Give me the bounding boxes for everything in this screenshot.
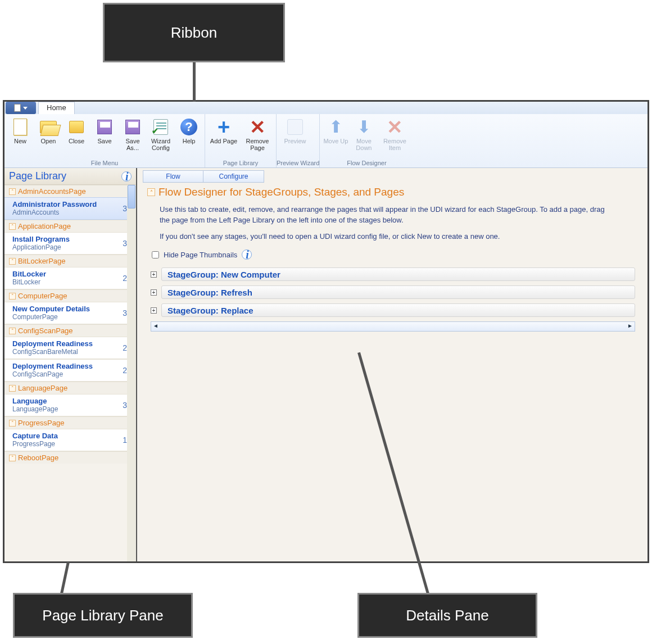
- stage-group-bar[interactable]: StageGroup: New Computer: [161, 267, 635, 281]
- item-subtitle: AdminAccounts: [12, 208, 97, 217]
- close-folder-icon: [67, 117, 86, 137]
- close-button[interactable]: Close: [63, 116, 90, 144]
- help-button[interactable]: ?Help: [175, 116, 202, 144]
- tab-home[interactable]: Home: [38, 102, 75, 114]
- item-title: BitLocker: [12, 270, 46, 278]
- page-library-item[interactable]: Install ProgramsApplicationPage3: [4, 232, 136, 255]
- chevron-icon: ˄: [9, 328, 16, 334]
- group-name: LanguagePage: [18, 384, 67, 392]
- open-button[interactable]: Open: [35, 116, 62, 144]
- page-library-item[interactable]: BitLockerBitLocker2: [4, 267, 136, 289]
- label: Remove Item: [378, 138, 411, 151]
- page-library-body: ˄AdminAccountsPageAdministrator Password…: [4, 185, 136, 561]
- chevron-icon: ˄: [9, 293, 16, 300]
- callout-details: Details Pane: [357, 593, 537, 638]
- add-page-button[interactable]: +Add Page: [207, 116, 240, 144]
- page-library-group-header[interactable]: ˄BitLockerPage: [4, 255, 136, 267]
- group-name: ConfigScanPage: [18, 326, 73, 335]
- item-title: New Computer Details: [12, 305, 90, 313]
- stage-group-row: +StageGroup: Replace: [151, 303, 635, 317]
- tab-flow[interactable]: Flow: [143, 170, 203, 183]
- label: Preview: [284, 138, 306, 144]
- item-subtitle: ConfigScanBareMetal: [12, 348, 93, 356]
- remove-item-button[interactable]: ✕Remove Item: [378, 116, 411, 151]
- info-icon[interactable]: [121, 171, 132, 182]
- app-menu-button[interactable]: [6, 102, 36, 114]
- item-subtitle: ApplicationPage: [12, 243, 70, 252]
- stage-group-bar[interactable]: StageGroup: Replace: [161, 303, 635, 317]
- info-icon[interactable]: [242, 250, 252, 260]
- item-subtitle: ComputerPage: [12, 313, 90, 321]
- help-icon: ?: [179, 117, 198, 137]
- chevron-icon: ˄: [9, 455, 16, 461]
- arrow-down-icon: ⬇: [354, 117, 373, 137]
- save-as-icon: [123, 117, 142, 137]
- move-down-button[interactable]: ⬇Move Down: [350, 116, 377, 151]
- page-library-item[interactable]: New Computer DetailsComputerPage3: [4, 302, 136, 324]
- x-icon: ✕: [248, 117, 267, 137]
- label: Save As...: [119, 138, 146, 151]
- expand-icon[interactable]: +: [151, 289, 157, 296]
- collapse-icon[interactable]: ˄: [147, 188, 155, 196]
- group-name: ApplicationPage: [18, 222, 71, 230]
- item-subtitle: BitLocker: [12, 278, 46, 287]
- label: Remove Page: [241, 138, 274, 151]
- stage-group-row: +StageGroup: Refresh: [151, 285, 635, 299]
- x-icon: ✕: [385, 117, 404, 137]
- tab-configure[interactable]: Configure: [203, 170, 264, 183]
- chevron-icon: ˄: [9, 188, 16, 195]
- page-library-item[interactable]: Capture DataProgressPage1: [4, 429, 136, 451]
- stage-group-bar[interactable]: StageGroup: Refresh: [161, 285, 635, 299]
- item-title: Deployment Readiness: [12, 362, 93, 370]
- horizontal-scrollbar[interactable]: [151, 321, 635, 332]
- page-library-group-header[interactable]: ˄RebootPage: [4, 451, 136, 464]
- preview-button[interactable]: Preview: [279, 116, 311, 144]
- chevron-icon: ˄: [9, 258, 16, 265]
- group-label: Flow Designer: [320, 160, 413, 167]
- item-subtitle: LanguagePage: [12, 405, 58, 414]
- document-icon: [14, 104, 21, 112]
- expand-icon[interactable]: +: [151, 271, 157, 278]
- ribbon: New Open Close Save Save As... Wizard Co…: [4, 114, 648, 168]
- page-library-group-header[interactable]: ˄ConfigScanPage: [4, 324, 136, 337]
- hide-thumbnails-checkbox[interactable]: [152, 251, 159, 258]
- page-library-item[interactable]: Deployment ReadinessConfigScanBareMetal2: [4, 337, 136, 359]
- chevron-icon: ˄: [9, 223, 16, 230]
- page-library-group-header[interactable]: ˄ProgressPage: [4, 416, 136, 429]
- expand-icon[interactable]: +: [151, 307, 157, 314]
- new-icon: [11, 117, 30, 137]
- app-window: Home New Open Close Save Save As... Wiza…: [3, 100, 649, 563]
- ribbon-group-flow: ⬆Move Up ⬇Move Down ✕Remove Item Flow De…: [320, 114, 413, 167]
- save-button[interactable]: Save: [91, 116, 118, 144]
- move-up-button[interactable]: ⬆Move Up: [322, 116, 349, 144]
- page-library-group-header[interactable]: ˄LanguagePage: [4, 382, 136, 394]
- group-name: ComputerPage: [18, 292, 67, 300]
- page-library-title: Page Library: [9, 170, 66, 182]
- group-name: ProgressPage: [18, 419, 64, 427]
- preview-icon: [286, 117, 305, 137]
- scrollbar[interactable]: [127, 185, 136, 561]
- wizard-config-button[interactable]: Wizard Config: [147, 116, 174, 151]
- group-label: File Menu: [4, 160, 205, 167]
- page-library-group-header[interactable]: ˄ComputerPage: [4, 289, 136, 302]
- remove-page-button[interactable]: ✕Remove Page: [241, 116, 274, 151]
- save-as-button[interactable]: Save As...: [119, 116, 146, 151]
- ribbon-group-preview: Preview Preview Wizard: [277, 114, 320, 167]
- page-library-item[interactable]: Administrator PasswordAdminAccounts3: [4, 197, 136, 220]
- label: Save: [97, 138, 111, 144]
- page-library-item[interactable]: LanguageLanguagePage3: [4, 394, 136, 416]
- page-library-item[interactable]: Deployment ReadinessConfigScanPage2: [4, 359, 136, 382]
- item-title: Deployment Readiness: [12, 339, 93, 348]
- section-desc-1: Use this tab to create, edit, remove, an…: [147, 198, 614, 230]
- plus-icon: +: [214, 117, 233, 137]
- item-title: Administrator Password: [12, 200, 97, 208]
- arrow-up-icon: ⬆: [326, 117, 345, 137]
- page-library-group-header[interactable]: ˄ApplicationPage: [4, 220, 136, 232]
- dropdown-icon: [23, 107, 28, 110]
- new-button[interactable]: New: [7, 116, 34, 144]
- page-library-group-header[interactable]: ˄AdminAccountsPage: [4, 185, 136, 197]
- label: Help: [183, 138, 196, 144]
- scrollbar-thumb[interactable]: [128, 185, 135, 208]
- label: Open: [41, 138, 56, 144]
- open-folder-icon: [39, 117, 58, 137]
